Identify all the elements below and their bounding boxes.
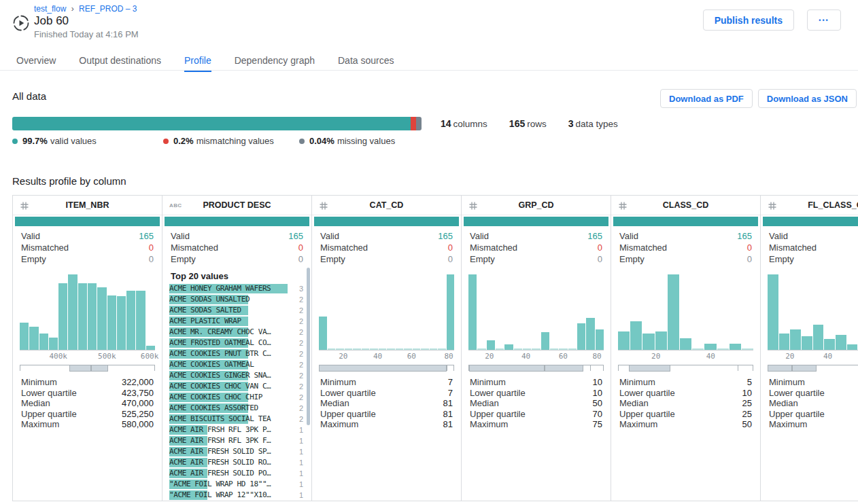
histogram-bar[interactable] (49, 338, 58, 350)
top-value-row[interactable]: ACME AIR FRESH SOLID PO…1 (169, 468, 302, 479)
histogram-bar[interactable] (117, 296, 126, 350)
top-value-row[interactable]: ACME AIR FRSH RFL 3PK P…1 (169, 425, 302, 435)
histogram-bar[interactable] (577, 323, 585, 350)
histogram-bar[interactable] (813, 325, 824, 350)
top-value-row[interactable]: ACME FROSTED OATMEAL CO…2 (169, 338, 302, 348)
histogram-bar[interactable] (387, 348, 395, 350)
histogram-bar[interactable] (802, 336, 812, 350)
histogram-bar[interactable] (68, 274, 77, 350)
histogram-bar[interactable] (379, 348, 387, 350)
axis-tick-label: 40 (706, 352, 715, 361)
histogram-bar[interactable] (29, 327, 38, 350)
more-actions-button[interactable]: ••• (807, 10, 841, 31)
histogram-bar[interactable] (586, 318, 594, 350)
histogram-bar[interactable] (370, 348, 378, 350)
histogram-bar[interactable] (532, 348, 540, 350)
top-value-row[interactable]: ACME MR. CREAMY CHOC VA…2 (169, 327, 302, 338)
histogram-bar[interactable] (768, 274, 778, 350)
histogram-bar[interactable] (319, 317, 327, 350)
top-value-row[interactable]: ACME COOKIES CHOC CHIP2 (169, 392, 302, 403)
download-json-button[interactable]: Download as JSON (758, 89, 857, 108)
histogram-bar[interactable] (345, 348, 353, 350)
histogram-bar[interactable] (447, 274, 455, 350)
histogram-bar[interactable] (730, 344, 741, 350)
histogram-bar[interactable] (668, 274, 679, 350)
column-valid-bar (15, 217, 160, 226)
histogram-bar[interactable] (680, 338, 691, 350)
histogram-bar[interactable] (704, 344, 716, 350)
histogram-bar[interactable] (404, 348, 412, 350)
histogram-bar[interactable] (514, 348, 522, 350)
histogram-bar[interactable] (523, 348, 531, 350)
histogram-bar[interactable] (692, 348, 704, 350)
top-value-row[interactable]: "ACME FOIL WRAP HD 18""…1 (169, 479, 302, 490)
histogram-bar[interactable] (779, 334, 790, 350)
histogram-bar[interactable] (717, 348, 729, 350)
histogram-bar[interactable] (430, 348, 438, 350)
histogram-bar[interactable] (58, 283, 67, 350)
histogram-bar[interactable] (630, 321, 642, 350)
histogram-bar[interactable] (618, 331, 630, 350)
histogram-bar[interactable] (362, 348, 370, 350)
histogram-bar[interactable] (847, 344, 858, 350)
histogram-bar[interactable] (88, 283, 97, 350)
histogram-bar[interactable] (742, 348, 753, 350)
histogram-bar[interactable] (421, 348, 429, 350)
histogram-bar[interactable] (559, 348, 567, 350)
top-value-row[interactable]: ACME BISCUITS SOCIAL TEA2 (169, 414, 302, 425)
histogram-bar[interactable] (353, 348, 361, 350)
job-status-icon (12, 14, 30, 32)
histogram-bar[interactable] (550, 348, 558, 350)
histogram-bar[interactable] (126, 291, 135, 350)
histogram-bar[interactable] (413, 348, 421, 350)
histogram-bar[interactable] (541, 332, 549, 350)
stat-label: Upper quartile (619, 409, 675, 420)
top-value-row[interactable]: ACME COOKIES OATMEAL2 (169, 359, 302, 370)
histogram-bar[interactable] (655, 331, 667, 350)
column-header: FL_CLASS_C (761, 196, 858, 215)
top-value-row[interactable]: ACME SODAS SALTED2 (169, 305, 302, 316)
boxplot-box (91, 365, 108, 372)
histogram-bar[interactable] (78, 283, 87, 350)
top-value-row[interactable]: ACME SODAS UNSALTED2 (169, 294, 302, 305)
histogram-bar[interactable] (97, 287, 106, 350)
top-value-row[interactable]: ACME HONEY GRAHAM WAFERS3 (169, 283, 302, 294)
breadcrumb-node-link[interactable]: REF_PROD – 3 (79, 4, 137, 14)
histogram-bar[interactable] (107, 295, 116, 350)
top-value-row[interactable]: ACME COOKIES ASSORTED2 (169, 403, 302, 414)
top-value-row[interactable]: ACME COOKIES GINGER SNA…2 (169, 370, 302, 381)
histogram-bar[interactable] (568, 348, 577, 350)
histogram-bar[interactable] (20, 323, 29, 350)
histogram-bar[interactable] (504, 344, 513, 350)
histogram-bar[interactable] (39, 334, 48, 350)
histogram-bar[interactable] (328, 348, 336, 350)
download-pdf-button[interactable]: Download as PDF (660, 89, 753, 108)
histogram-bar[interactable] (146, 346, 155, 350)
histogram-bar[interactable] (477, 348, 485, 350)
histogram-bar[interactable] (642, 334, 654, 350)
histogram-bar[interactable] (468, 274, 477, 350)
histogram-bar[interactable] (136, 291, 145, 350)
top-value-row[interactable]: ACME COOKIES PNUT BTR C…2 (169, 348, 302, 359)
top-value-row[interactable]: ACME AIR FRESH SOLID SP…1 (169, 446, 302, 457)
top-value-row[interactable]: ACME AIR FRESH SOLID RO…1 (169, 457, 302, 468)
top-value-row[interactable]: ACME PLASTIC WRAP2 (169, 316, 302, 327)
breadcrumb-flow-link[interactable]: test_flow (34, 4, 66, 14)
histogram-bar[interactable] (836, 335, 846, 350)
top-value-row[interactable]: ACME COOKIES CHOC VAN C…2 (169, 381, 302, 392)
histogram-bar[interactable] (336, 348, 344, 350)
histogram-bar[interactable] (487, 340, 495, 350)
histogram-bar[interactable] (824, 339, 835, 350)
histogram-bar[interactable] (396, 348, 404, 350)
histogram-bar[interactable] (596, 329, 604, 350)
histogram-bar[interactable] (790, 329, 801, 350)
publish-results-button[interactable]: Publish results (703, 10, 794, 31)
column-stats: Minimum7Lower quartile7Median81Upper qua… (320, 377, 453, 430)
top-value-row[interactable]: "ACME FOIL WRAP 12""X10…1 (169, 490, 302, 501)
column-counts: Valid165Mismatched0Empty0 (171, 230, 303, 265)
top-value-row[interactable]: ACME AIR FRSH RFL 3PK F…1 (169, 435, 302, 446)
valid-row: Valid (769, 230, 858, 242)
histogram-bar[interactable] (496, 348, 504, 350)
top-values-scrollbar[interactable] (307, 268, 310, 425)
histogram-bar[interactable] (438, 348, 446, 350)
